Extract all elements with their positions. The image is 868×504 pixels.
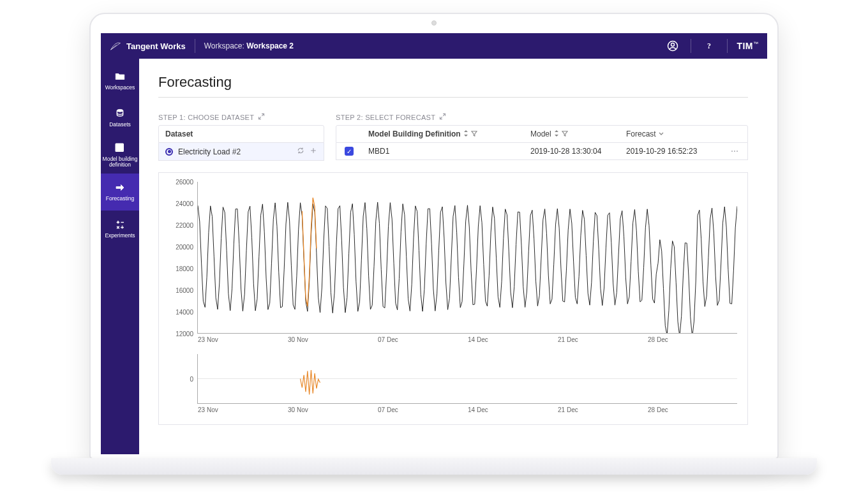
laptop-camera	[431, 20, 437, 26]
brand[interactable]: Tangent Works	[110, 40, 186, 52]
x-tick: 14 Dec	[468, 336, 488, 343]
brand-label: Tangent Works	[126, 41, 186, 51]
y-tick: 0	[190, 376, 193, 383]
y-tick: 24000	[176, 200, 193, 207]
checkbox-checked-icon[interactable]: ✓	[345, 147, 354, 156]
x-tick: 28 Dec	[648, 336, 668, 343]
expand-icon[interactable]	[258, 113, 265, 121]
sidebar-nav: Workspaces Datasets Model building defin…	[101, 59, 139, 454]
svg-point-3	[117, 110, 123, 112]
main-chart[interactable]: 1200014000160001800020000220002400026000…	[165, 182, 741, 348]
dataset-header: Dataset	[158, 125, 324, 143]
y-tick: 20000	[176, 244, 193, 251]
x-tick: 30 Nov	[288, 406, 308, 413]
row-forecast: 2019-10-29 16:52:23	[620, 143, 722, 159]
separator	[195, 39, 195, 53]
radio-selected-icon[interactable]	[165, 148, 173, 156]
checkbox-header	[336, 126, 362, 142]
filter-icon[interactable]	[562, 130, 568, 138]
page-title: Forecasting	[158, 74, 748, 98]
y-tick: 16000	[176, 287, 193, 294]
forecast-row[interactable]: ✓ MBD1 2019-10-28 13:30:04 2019-10-29 16…	[336, 143, 748, 160]
sidebar-item-label: Forecasting	[106, 196, 134, 202]
sidebar-item-experiments[interactable]: +−×÷ Experiments	[101, 211, 139, 248]
app-viewport: Tangent Works Workspace: Workspace 2 ?	[101, 33, 767, 454]
x-tick: 23 Nov	[198, 336, 218, 343]
row-actions-icon[interactable]: ⋯	[722, 143, 747, 159]
x-tick: 21 Dec	[558, 336, 578, 343]
svg-text:?: ?	[707, 41, 711, 50]
database-icon	[114, 108, 126, 119]
operators-icon: +−×÷	[114, 219, 126, 230]
sidebar-item-datasets[interactable]: Datasets	[101, 100, 139, 137]
step1-title: STEP 1: CHOOSE DATASET	[158, 113, 324, 121]
x-tick: 30 Nov	[288, 336, 308, 343]
expand-icon[interactable]	[439, 113, 446, 121]
workspace-label: Workspace:	[204, 41, 244, 50]
help-icon[interactable]: ?	[700, 37, 718, 55]
account-icon[interactable]	[664, 37, 682, 55]
y-tick: 14000	[176, 309, 193, 316]
laptop-base	[51, 458, 817, 475]
y-tick: 22000	[176, 222, 193, 229]
filter-icon[interactable]	[471, 130, 477, 138]
sidebar-item-label: Model building definition	[102, 156, 138, 168]
step2-panel: STEP 2: SELECT FORECAST Model Building D…	[336, 113, 748, 160]
y-tick: 18000	[176, 265, 193, 272]
arrow-right-icon	[114, 182, 126, 193]
row-model: 2019-10-28 13:30:04	[524, 143, 620, 159]
sidebar-item-label: Workspaces	[105, 85, 135, 91]
workspace-name[interactable]: Workspace 2	[246, 41, 294, 50]
tim-trademark: ™	[753, 41, 758, 47]
sort-icon[interactable]	[554, 130, 559, 138]
x-tick: 23 Nov	[198, 406, 218, 413]
x-tick: 07 Dec	[378, 406, 398, 413]
x-tick: 21 Dec	[558, 406, 578, 413]
step1-panel: STEP 1: CHOOSE DATASET Dataset Electrici…	[158, 113, 324, 161]
folder-icon	[114, 71, 126, 82]
chevron-down-icon[interactable]	[659, 130, 664, 138]
separator	[691, 39, 691, 53]
row-mbd: MBD1	[362, 143, 524, 159]
add-icon[interactable]	[310, 147, 317, 156]
y-tick: 12000	[176, 330, 193, 337]
separator	[727, 39, 728, 53]
sidebar-item-workspaces[interactable]: Workspaces	[101, 63, 139, 100]
residual-chart[interactable]: 0 23 Nov30 Nov07 Dec14 Dec21 Dec28 Dec	[165, 354, 741, 418]
dataset-row[interactable]: Electricity Load #2	[158, 143, 324, 161]
model-header[interactable]: Model	[524, 126, 620, 142]
forecast-grid-header: Model Building Definition Model	[336, 125, 748, 143]
sidebar-item-forecasting[interactable]: Forecasting	[101, 174, 139, 211]
svg-text:×: ×	[117, 225, 119, 230]
forecast-header[interactable]: Forecast	[620, 126, 722, 142]
x-tick: 07 Dec	[378, 336, 398, 343]
y-tick: 26000	[176, 179, 193, 186]
sort-icon[interactable]	[463, 130, 468, 138]
sidebar-item-label: Datasets	[109, 122, 131, 128]
laptop-frame: Tangent Works Workspace: Workspace 2 ?	[89, 13, 779, 459]
chart-area: 1200014000160001800020000220002400026000…	[158, 172, 748, 425]
sidebar-item-label: Experiments	[105, 233, 135, 239]
refresh-icon[interactable]	[297, 147, 304, 156]
brand-logo-icon	[110, 40, 121, 52]
main-content: Forecasting STEP 1: CHOOSE DATASET Datas…	[139, 59, 767, 454]
sidebar-item-model-building-definition[interactable]: Model building definition	[101, 137, 139, 174]
dataset-name: Electricity Load #2	[178, 147, 241, 156]
tim-logo[interactable]: TIM	[737, 41, 753, 51]
svg-text:÷: ÷	[121, 225, 124, 230]
mbd-header[interactable]: Model Building Definition	[362, 126, 524, 142]
top-bar: Tangent Works Workspace: Workspace 2 ?	[101, 33, 767, 59]
svg-point-1	[671, 43, 675, 46]
x-tick: 14 Dec	[468, 406, 488, 413]
x-tick: 28 Dec	[648, 406, 668, 413]
edit-icon	[114, 142, 126, 154]
step2-title: STEP 2: SELECT FORECAST	[336, 113, 748, 121]
